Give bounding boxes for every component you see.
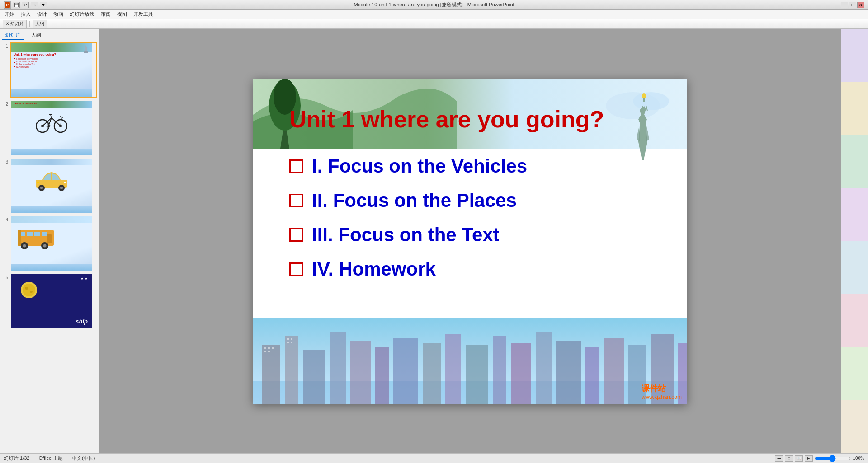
band-7 xyxy=(841,347,868,400)
slide-img-4[interactable]: bus xyxy=(10,215,97,271)
band-1 xyxy=(841,29,868,82)
slide-num-1: 1 xyxy=(2,42,8,49)
customize-button[interactable]: ▼ xyxy=(40,2,47,8)
svg-line-16 xyxy=(60,117,63,117)
menu-review[interactable]: 审阅 xyxy=(98,10,113,18)
menu-text-3: III. Focus on the Text xyxy=(312,224,500,246)
slide-thumb-1[interactable]: 1 Unit 1 where are you going? I. Focus o… xyxy=(2,42,97,98)
slide-thumb-4[interactable]: 4 xyxy=(2,215,97,271)
svg-rect-28 xyxy=(27,232,33,236)
maximize-button[interactable]: □ xyxy=(849,2,856,8)
minimize-button[interactable]: ─ xyxy=(841,2,848,8)
svg-rect-24 xyxy=(64,182,66,183)
redo-button[interactable]: ↪ xyxy=(31,2,38,8)
view-normal[interactable]: ▬ xyxy=(775,455,783,462)
svg-point-35 xyxy=(43,244,47,248)
band-2 xyxy=(841,82,868,135)
right-sidebar xyxy=(841,29,868,453)
zoom-level: 100% xyxy=(853,456,864,461)
tab-outline[interactable]: 大纲 xyxy=(28,31,45,40)
menu-developer[interactable]: 开发工具 xyxy=(131,10,156,18)
svg-rect-31 xyxy=(47,234,52,243)
checkbox-1 xyxy=(289,159,303,173)
menu-text-4: IV. Homework xyxy=(312,258,436,280)
menu-design[interactable]: 设计 xyxy=(34,10,50,18)
slide-num-5: 5 xyxy=(2,273,8,280)
slide-img-2[interactable]: I. Focus on the Vehicles xyxy=(10,100,97,156)
menu-text-1: I. Focus on the Vehicles xyxy=(312,155,527,177)
window-title: Module-10-unit-1-where-are-you-going [兼容… xyxy=(354,1,514,8)
svg-point-38 xyxy=(23,284,35,296)
slide-img-1[interactable]: Unit 1 where are you going? I. Focus on … xyxy=(10,42,97,98)
svg-line-15 xyxy=(61,118,61,126)
menu-item-4: IV. Homework xyxy=(289,258,651,280)
svg-rect-3 xyxy=(85,47,87,51)
svg-point-33 xyxy=(23,244,26,248)
theme-info: Office 主题 xyxy=(38,455,63,462)
svg-text:P: P xyxy=(6,3,9,7)
svg-point-21 xyxy=(40,187,43,189)
checkbox-2 xyxy=(289,194,303,207)
svg-rect-4 xyxy=(84,51,88,53)
band-4 xyxy=(841,188,868,241)
slide-count: 幻灯片 1/32 xyxy=(4,455,29,462)
ribbon-outline[interactable]: 大纲 xyxy=(33,20,47,28)
title-bar-left: P 💾 ↩ ↪ ▼ xyxy=(4,1,47,9)
slide-title: Unit 1 where are you going? xyxy=(289,106,651,133)
view-slideshow[interactable]: ▶ xyxy=(805,455,813,462)
slide-thumb-3[interactable]: 3 xyxy=(2,158,97,214)
menu-view[interactable]: 视图 xyxy=(114,10,130,18)
ribbon-close[interactable]: ✕ 幻灯片 xyxy=(3,20,27,28)
status-bar: 幻灯片 1/32 Office 主题 中文(中国) ▬ ⊞ 📖 ▶ 100% xyxy=(0,453,868,463)
language-info: 中文(中国) xyxy=(72,455,95,462)
watermark-url: www.kjzhan.com xyxy=(642,394,682,400)
checkbox-3 xyxy=(289,228,303,242)
menu-animate[interactable]: 动画 xyxy=(51,10,66,18)
svg-point-23 xyxy=(60,187,63,189)
view-reading[interactable]: 📖 xyxy=(795,455,803,462)
menu-slideshow[interactable]: 幻灯片放映 xyxy=(67,10,97,18)
tab-slides[interactable]: 幻灯片 xyxy=(2,31,24,40)
ribbon: ✕ 幻灯片 大纲 xyxy=(0,19,868,29)
zoom-slider[interactable] xyxy=(815,455,851,462)
slide-thumb-2[interactable]: 2 I. Focus on the Vehicles xyxy=(2,100,97,156)
title-bar: P 💾 ↩ ↪ ▼ Module-10-unit-1-where-are-you… xyxy=(0,0,868,10)
menu-insert[interactable]: 插入 xyxy=(18,10,33,18)
menu-item-1: I. Focus on the Vehicles xyxy=(289,155,651,177)
menu-item-2: II. Focus on the Places xyxy=(289,190,651,211)
checkbox-4 xyxy=(289,262,303,276)
slide-panel: 幻灯片 大纲 1 Unit 1 where are you going? I. … xyxy=(0,29,99,453)
app-icon: P xyxy=(4,1,11,9)
slide-img-5[interactable]: ★ ★ ship xyxy=(10,273,97,329)
color-bands xyxy=(841,29,868,453)
view-slide-sorter[interactable]: ⊞ xyxy=(785,455,793,462)
slide-img-3[interactable]: car xyxy=(10,158,97,214)
main-area: 幻灯片 大纲 1 Unit 1 where are you going? I. … xyxy=(0,29,868,453)
save-button[interactable]: 💾 xyxy=(13,2,20,8)
svg-line-13 xyxy=(51,115,52,118)
ribbon-separator xyxy=(29,21,30,27)
panel-header: 幻灯片 大纲 xyxy=(2,31,97,40)
slide-num-4: 4 xyxy=(2,215,8,222)
slide-content: Unit 1 where are you going? I. Focus on … xyxy=(253,79,687,404)
watermark: 课件站 www.kjzhan.com xyxy=(642,383,682,400)
slide-num-3: 3 xyxy=(2,158,8,164)
svg-line-10 xyxy=(52,118,61,126)
watermark-brand: 课件站 xyxy=(642,383,682,394)
svg-rect-29 xyxy=(34,232,40,236)
slide-num-2: 2 xyxy=(2,100,8,107)
menu-start[interactable]: 开始 xyxy=(2,10,17,18)
svg-rect-30 xyxy=(42,232,47,236)
slide-thumb-5[interactable]: 5 ★ ★ ship xyxy=(2,273,97,329)
band-3 xyxy=(841,135,868,188)
main-slide[interactable]: Unit 1 where are you going? I. Focus on … xyxy=(253,79,687,404)
close-button[interactable]: ✕ xyxy=(857,2,864,8)
undo-button[interactable]: ↩ xyxy=(22,2,29,8)
svg-point-39 xyxy=(25,287,28,290)
band-5 xyxy=(841,241,868,294)
svg-rect-25 xyxy=(37,182,39,183)
menu-item-3: III. Focus on the Text xyxy=(289,224,651,246)
svg-rect-36 xyxy=(18,230,21,246)
svg-marker-2 xyxy=(85,45,87,47)
svg-point-40 xyxy=(30,291,33,293)
